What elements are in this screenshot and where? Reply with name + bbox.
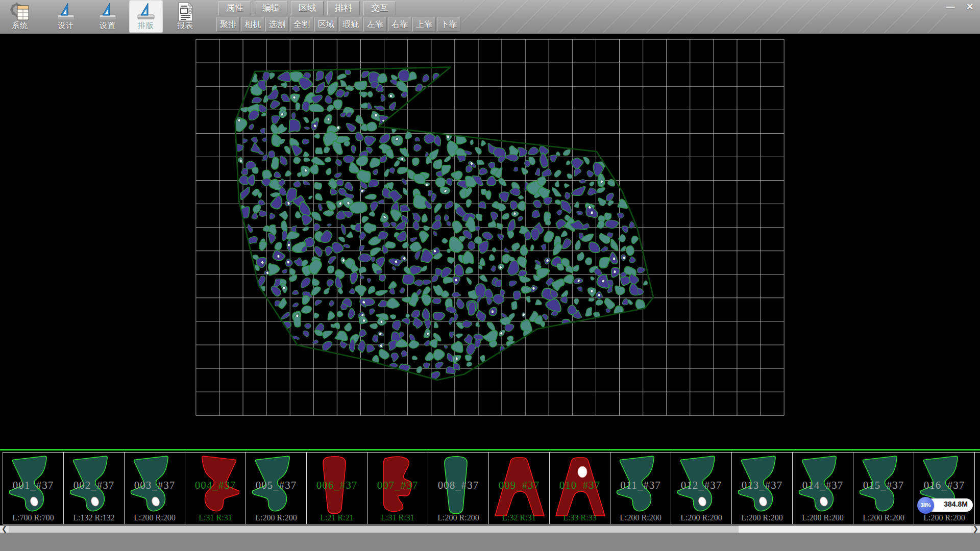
part-lr-stats: L:200 R:200: [853, 513, 914, 522]
window-controls: — ✕: [943, 2, 977, 13]
part-id-label: 015_#37: [853, 479, 914, 492]
part-thumbnail[interactable]: [974, 452, 980, 524]
report-icon: [175, 2, 195, 22]
part-thumbnail[interactable]: 002_#37L:132 R:132: [63, 452, 125, 524]
menu-edit[interactable]: 编辑: [255, 1, 287, 15]
app-button-system[interactable]: 系统: [3, 0, 37, 33]
part-thumbnail[interactable]: 007_#37L:31 R:31: [367, 452, 428, 524]
tool-align-bottom[interactable]: 下靠: [437, 17, 460, 32]
part-id-label: 005_#37: [246, 479, 306, 492]
scroll-left-arrow[interactable]: ❮: [0, 525, 9, 533]
app-button-label: 系统: [3, 21, 37, 31]
minimize-button[interactable]: —: [943, 2, 958, 13]
menu-bar: 属性 编辑 区域 排料 交互: [218, 1, 396, 15]
tool-align-top[interactable]: 上靠: [412, 17, 436, 32]
part-lr-stats: L:200 R:200: [671, 513, 731, 522]
tool-select-cut[interactable]: 选割: [265, 17, 289, 32]
part-thumbnail[interactable]: 015_#37L:200 R:200: [853, 452, 914, 524]
part-lr-stats: L:132 R:132: [64, 513, 124, 522]
scroll-right-arrow[interactable]: ❯: [971, 525, 980, 533]
app-button-label: 设计: [49, 21, 83, 31]
menu-nesting[interactable]: 排料: [327, 1, 360, 15]
app-button-label: 排版: [129, 21, 163, 31]
part-shape: [977, 454, 980, 521]
gear-table-icon: [10, 2, 30, 22]
status-bar-filler: [0, 533, 980, 551]
part-id-label: 013_#37: [732, 479, 792, 492]
part-thumbnail[interactable]: 016_#37L:200 R:200: [914, 452, 975, 524]
strip-top-border: [0, 449, 980, 450]
part-thumbnail[interactable]: 006_#37L:21 R:21: [306, 452, 368, 524]
part-thumbnail[interactable]: 012_#37L:200 R:200: [671, 452, 732, 524]
part-thumbnail[interactable]: 010_#37L:33 R:33: [549, 452, 610, 524]
part-lr-stats: L:200 R:200: [610, 513, 671, 522]
memory-value: 384.8M: [944, 500, 968, 508]
app-button-layout-active[interactable]: 排版: [129, 0, 163, 33]
hide-outline: [235, 67, 653, 380]
part-lr-stats: L:200 R:200: [793, 513, 853, 522]
ruler-icon: [97, 2, 118, 22]
tool-bar: 聚排 相机 选割 全割 区域 瑕疵 左靠 右靠 上靠 下靠: [216, 17, 460, 31]
part-lr-stats: L:200 R:200: [428, 513, 488, 522]
app-button-design[interactable]: 设计: [49, 0, 83, 33]
part-lr-stats: L:200 R:200: [914, 513, 974, 522]
tool-align-left[interactable]: 左靠: [363, 17, 387, 32]
part-lr-stats: L:200 R:200: [246, 513, 306, 522]
part-thumbnail[interactable]: 004_#37L:31 R:31: [185, 452, 246, 524]
ruler-icon: [136, 2, 156, 22]
part-thumbnail[interactable]: 011_#37L:200 R:200: [610, 452, 671, 524]
part-id-label: 010_#37: [550, 479, 610, 492]
app-button-label: 报表: [168, 21, 202, 31]
parts-strip: 001_#37L:700 R:700002_#37L:132 R:132003_…: [0, 448, 980, 525]
nesting-canvas[interactable]: [0, 34, 980, 448]
part-lr-stats: L:21 R:21: [307, 513, 367, 522]
part-lr-stats: L:31 R:31: [185, 513, 246, 522]
titlebar-hatch-pattern: [462, 0, 947, 33]
part-thumbnail[interactable]: 008_#37L:200 R:200: [428, 452, 489, 524]
part-thumbnail[interactable]: 013_#37L:200 R:200: [731, 452, 793, 524]
part-thumbnail-list: 001_#37L:700 R:700002_#37L:132 R:132003_…: [3, 452, 980, 523]
nested-pieces: [229, 68, 649, 381]
part-thumbnail[interactable]: 003_#37L:200 R:200: [124, 452, 185, 524]
part-thumbnail[interactable]: 009_#37L:32 R:31: [488, 452, 550, 524]
part-lr-stats: L:33 R:33: [550, 513, 610, 522]
tool-camera[interactable]: 相机: [241, 17, 264, 32]
scrollbar-thumb[interactable]: [9, 525, 739, 533]
tool-cluster-nest[interactable]: 聚排: [216, 17, 240, 32]
progress-percent-badge: 38%: [917, 497, 934, 514]
part-id-label: 006_#37: [307, 479, 367, 492]
tool-align-right[interactable]: 右靠: [388, 17, 411, 32]
part-lr-stats: L:200 R:200: [732, 513, 792, 522]
close-button[interactable]: ✕: [963, 2, 977, 13]
app-button-settings[interactable]: 设置: [91, 0, 125, 33]
app-button-report[interactable]: 报表: [168, 0, 202, 33]
part-hole: [578, 466, 587, 478]
part-lr-stats: L:700 R:700: [3, 513, 63, 522]
part-thumbnail[interactable]: 014_#37L:200 R:200: [792, 452, 853, 524]
tool-defect[interactable]: 瑕疵: [339, 17, 362, 32]
horizontal-scrollbar[interactable]: ❮ ❯: [0, 525, 980, 533]
part-lr-stats: L:200 R:200: [125, 513, 185, 522]
part-id-label: 012_#37: [671, 479, 731, 492]
main-toolbar: 系统 设计 设置: [0, 0, 980, 35]
menu-interact[interactable]: 交互: [363, 1, 396, 15]
part-id-label: 009_#37: [489, 479, 549, 492]
hide-nesting-svg: [0, 34, 980, 448]
ruler-icon: [56, 2, 76, 22]
menu-region[interactable]: 区域: [291, 1, 324, 15]
part-id-label: 003_#37: [125, 479, 185, 492]
nesting-app-window: 系统 设计 设置: [0, 0, 980, 551]
part-thumbnail[interactable]: 001_#37L:700 R:700: [3, 452, 64, 524]
part-id-label: 002_#37: [64, 479, 124, 492]
part-id-label: 016_#37: [914, 479, 974, 492]
part-id-label: 004_#37: [185, 479, 246, 492]
part-lr-stats: L:32 R:31: [489, 513, 549, 522]
tool-cut-all[interactable]: 全割: [290, 17, 313, 32]
part-lr-stats: L:31 R:31: [368, 513, 428, 522]
part-id-label: 001_#37: [3, 479, 63, 492]
part-id-label: 014_#37: [793, 479, 853, 492]
part-id-label: 008_#37: [428, 479, 488, 492]
tool-region[interactable]: 区域: [314, 17, 338, 32]
part-thumbnail[interactable]: 005_#37L:200 R:200: [246, 452, 307, 524]
menu-properties[interactable]: 属性: [218, 1, 251, 15]
